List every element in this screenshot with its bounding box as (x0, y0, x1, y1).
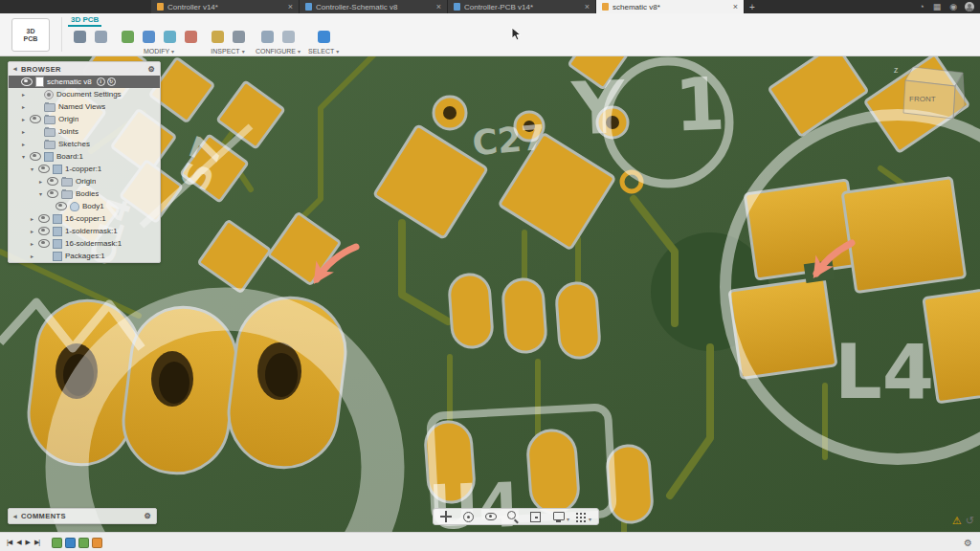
timeline-feature-sketch[interactable] (65, 538, 76, 548)
expand-arrow-icon[interactable]: ▸ (20, 116, 27, 122)
comments-settings-icon[interactable]: ⚙ (144, 512, 151, 520)
tab-controller-schematic[interactable]: Controller-Schematic v8 × (300, 0, 448, 13)
browser-tree-item[interactable]: ▸ Origin (9, 175, 160, 187)
push-pull-icon[interactable] (118, 28, 137, 47)
visibility-eye-icon[interactable] (38, 239, 50, 248)
browser-tree-item[interactable]: ▸ Named Views (9, 100, 160, 113)
toolbar-group-inspect: INSPECT (208, 27, 248, 56)
section-analysis-icon[interactable] (229, 28, 248, 47)
visibility-eye-icon[interactable] (21, 77, 33, 86)
visibility-eye-icon[interactable] (30, 152, 41, 161)
version-rollback-icon[interactable]: ↺ (966, 514, 974, 527)
visibility-eye-icon[interactable] (38, 214, 50, 223)
browser-tree-item[interactable]: schematic v8 (9, 76, 160, 88)
visibility-eye-icon[interactable] (47, 189, 58, 198)
collapse-panel-icon[interactable]: ◂ (13, 65, 17, 73)
timeline-settings-icon[interactable]: ⚙ (964, 538, 980, 548)
item-type-icon (53, 252, 62, 261)
step-back-button[interactable]: ◀ (16, 539, 20, 546)
inspect-dropdown[interactable]: INSPECT (211, 47, 244, 56)
item-type-icon (44, 116, 56, 124)
extensions-icon[interactable]: ▦ (933, 0, 942, 13)
new-tab-button[interactable]: + (745, 0, 760, 13)
place-component-icon[interactable] (70, 28, 89, 47)
browser-tree-item[interactable]: ▸ Sketches (9, 138, 160, 150)
align-components-icon[interactable] (91, 28, 110, 47)
browser-header[interactable]: ◂ BROWSER ⚙ (9, 62, 160, 76)
select-dropdown[interactable]: SELECT (308, 47, 339, 56)
browser-tree-item[interactable]: ▸ 16-copper:1 (9, 212, 160, 225)
3d-pcb-workspace-button[interactable]: 3D PCB (11, 18, 50, 52)
visibility-eye-icon[interactable] (38, 227, 50, 235)
measure-icon[interactable] (208, 28, 227, 47)
look-at-icon[interactable] (485, 508, 502, 525)
grid-settings-icon[interactable] (574, 508, 591, 525)
configure-dropdown[interactable]: CONFIGURE (256, 47, 301, 56)
timeline-feature-copper[interactable] (78, 538, 89, 548)
context-tab-3d-pcb[interactable]: 3D PCB (68, 14, 101, 27)
browser-tree-item[interactable]: ▸ Packages:1 (9, 250, 160, 262)
select-cursor-icon[interactable] (314, 28, 333, 47)
tab-close-button[interactable]: × (436, 2, 441, 11)
browser-tree-item[interactable]: Body1 (9, 200, 160, 212)
browser-tree-item[interactable]: ▾ 1-copper:1 (9, 163, 160, 175)
design-rules-icon[interactable] (279, 28, 299, 47)
browser-tree-item[interactable]: ▸ Joints (9, 125, 160, 138)
warning-icon[interactable]: ⚠ (952, 514, 962, 527)
web-publish-icon[interactable] (160, 28, 179, 47)
play-button[interactable]: ▶ (26, 539, 30, 546)
expand-arrow-icon[interactable]: ▸ (37, 178, 44, 185)
visibility-eye-icon[interactable] (47, 177, 58, 186)
tab-controller-pcb[interactable]: Controller-PCB v14* × (448, 0, 596, 13)
tab-close-button[interactable]: × (288, 2, 293, 11)
timeline-feature-package[interactable] (92, 538, 102, 548)
expand-arrow-icon[interactable]: ▸ (20, 128, 27, 135)
expand-arrow-icon[interactable]: ▸ (29, 228, 35, 234)
item-type-icon (44, 128, 56, 137)
orbit-icon[interactable] (462, 508, 480, 525)
appearance-icon[interactable] (181, 28, 200, 47)
dropdown-caret[interactable] (565, 508, 569, 525)
browser-tree-item[interactable]: ▾ Bodies (9, 187, 160, 200)
expand-arrow-icon[interactable]: ▸ (29, 240, 35, 247)
job-status-icon[interactable]: ◔ (919, 0, 924, 13)
profile-avatar[interactable] (965, 2, 974, 11)
collapse-panel-icon[interactable]: ◂ (13, 513, 17, 520)
tab-schematic-v8[interactable]: schematic v8* × (596, 0, 745, 13)
tab-controller-v14[interactable]: Controller v14* × (151, 0, 300, 13)
browser-tree-item[interactable]: ▸ Document Settings (9, 88, 160, 100)
go-to-end-button[interactable]: ▶| (34, 539, 39, 546)
dropdown-caret[interactable] (587, 508, 591, 525)
fit-view-icon[interactable] (529, 508, 547, 525)
go-to-start-button[interactable]: |◀ (7, 539, 11, 546)
browser-tree-item[interactable]: ▸ 1-soldermask:1 (9, 225, 160, 237)
expand-arrow-icon[interactable]: ▸ (20, 103, 27, 110)
browser-tree-item[interactable]: ▾ Board:1 (9, 150, 160, 163)
expand-arrow-icon[interactable]: ▸ (29, 253, 35, 259)
expand-arrow-icon[interactable]: ▸ (29, 215, 35, 222)
visibility-eye-icon[interactable] (30, 115, 41, 123)
expand-arrow-icon[interactable]: ▸ (20, 91, 27, 98)
browser-tree-item[interactable]: ▸ Origin (9, 113, 160, 125)
browser-tree-item[interactable]: ▸ 16-soldermask:1 (9, 237, 160, 250)
expand-arrow-icon[interactable]: ▾ (29, 165, 35, 172)
pan-icon[interactable] (440, 508, 457, 525)
visibility-eye-icon[interactable] (56, 202, 67, 210)
item-type-icon (53, 165, 62, 174)
visibility-eye-icon[interactable] (38, 165, 50, 173)
tab-close-button[interactable]: × (733, 2, 738, 11)
display-settings-icon[interactable] (552, 508, 569, 525)
expand-arrow-icon[interactable]: ▾ (20, 153, 27, 160)
sphere-modify-icon[interactable] (139, 28, 158, 47)
expand-arrow-icon[interactable]: ▸ (20, 141, 27, 147)
document-type-icon (157, 3, 164, 11)
timeline-feature-board[interactable] (52, 538, 62, 548)
notifications-icon[interactable]: ◉ (949, 0, 957, 13)
zoom-icon[interactable] (507, 508, 524, 525)
comments-header[interactable]: ◂ COMMENTS ⚙ (9, 509, 156, 523)
expand-arrow-icon[interactable]: ▾ (37, 190, 44, 197)
browser-settings-icon[interactable]: ⚙ (147, 65, 155, 74)
configuration-icon[interactable] (258, 28, 278, 47)
modify-dropdown[interactable]: MODIFY (144, 47, 174, 56)
tab-close-button[interactable]: × (585, 2, 590, 11)
